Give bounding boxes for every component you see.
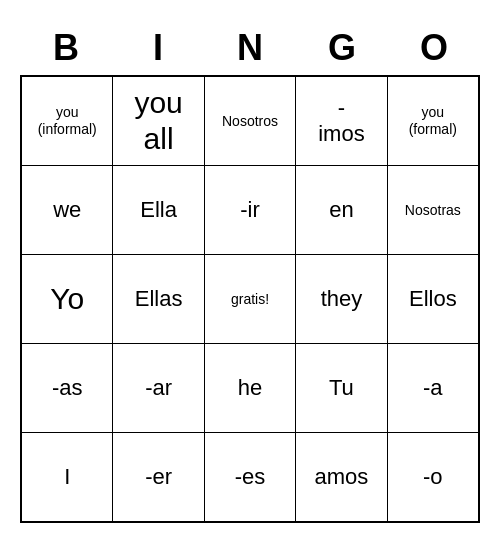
bingo-cell-0-3: -imos bbox=[296, 77, 387, 165]
bingo-cell-2-3: they bbox=[296, 255, 387, 343]
bingo-cell-2-0: Yo bbox=[22, 255, 113, 343]
bingo-cell-1-3: en bbox=[296, 166, 387, 254]
bingo-row-1: weElla-irenNosotras bbox=[22, 166, 478, 255]
bingo-cell-4-2: -es bbox=[205, 433, 296, 521]
bingo-cell-4-4: -o bbox=[388, 433, 478, 521]
bingo-cell-0-2: Nosotros bbox=[205, 77, 296, 165]
bingo-cell-1-0: we bbox=[22, 166, 113, 254]
bingo-cell-0-4: you(formal) bbox=[388, 77, 478, 165]
bingo-cell-2-4: Ellos bbox=[388, 255, 478, 343]
header-letter-i: I bbox=[112, 21, 204, 75]
bingo-grid: you(informal)you allNosotros-imosyou(for… bbox=[20, 75, 480, 523]
bingo-cell-3-3: Tu bbox=[296, 344, 387, 432]
header-letter-g: G bbox=[296, 21, 388, 75]
bingo-cell-4-3: amos bbox=[296, 433, 387, 521]
bingo-row-3: -as-arheTu-a bbox=[22, 344, 478, 433]
bingo-cell-3-1: -ar bbox=[113, 344, 204, 432]
bingo-cell-1-2: -ir bbox=[205, 166, 296, 254]
header-letter-n: N bbox=[204, 21, 296, 75]
bingo-cell-4-1: -er bbox=[113, 433, 204, 521]
header-letter-o: O bbox=[388, 21, 480, 75]
bingo-cell-2-2: gratis! bbox=[205, 255, 296, 343]
bingo-cell-0-1: you all bbox=[113, 77, 204, 165]
bingo-cell-3-2: he bbox=[205, 344, 296, 432]
bingo-row-2: YoEllasgratis!theyEllos bbox=[22, 255, 478, 344]
bingo-row-4: I-er-esamos-o bbox=[22, 433, 478, 521]
header-letter-b: B bbox=[20, 21, 112, 75]
bingo-row-0: you(informal)you allNosotros-imosyou(for… bbox=[22, 77, 478, 166]
bingo-header: BINGO bbox=[20, 21, 480, 75]
bingo-cell-1-1: Ella bbox=[113, 166, 204, 254]
bingo-cell-3-0: -as bbox=[22, 344, 113, 432]
bingo-cell-3-4: -a bbox=[388, 344, 478, 432]
bingo-cell-2-1: Ellas bbox=[113, 255, 204, 343]
bingo-cell-0-0: you(informal) bbox=[22, 77, 113, 165]
bingo-cell-4-0: I bbox=[22, 433, 113, 521]
bingo-cell-1-4: Nosotras bbox=[388, 166, 478, 254]
